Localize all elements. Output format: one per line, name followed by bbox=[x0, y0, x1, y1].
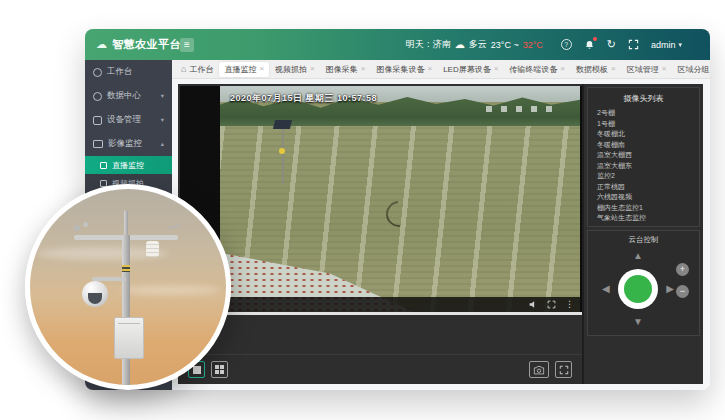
more-options-icon[interactable]: ⋮ bbox=[565, 300, 574, 309]
camera-list-item[interactable]: 2号棚 bbox=[588, 108, 699, 119]
chevron-up-icon: ▴ bbox=[161, 140, 164, 148]
sidebar-item-workbench[interactable]: 工作台 bbox=[85, 60, 172, 84]
camera-list-item[interactable]: 温室大棚西 bbox=[588, 150, 699, 161]
sidebar-toggle-button[interactable]: ≡ bbox=[180, 38, 194, 52]
field-buildings-art bbox=[486, 106, 556, 112]
solar-pole-art bbox=[282, 126, 284, 184]
sidebar-item-label: 工作台 bbox=[107, 66, 133, 78]
single-view-icon bbox=[193, 366, 201, 374]
cloud-logo-icon: ☁ bbox=[96, 39, 107, 50]
tab-led-screen-device[interactable]: LED屏幕设备 × bbox=[438, 62, 503, 77]
main-content: 2020年07月15日 星期三 10:57:58 / 0:00 ⋮ bbox=[172, 79, 710, 390]
camera-list-item[interactable]: 正常桃园 bbox=[588, 182, 699, 193]
app-title: 智慧农业平台 bbox=[112, 37, 181, 52]
weather-city: 明天：济南 bbox=[406, 38, 451, 51]
app-header: ☁ 智慧农业平台 ≡ 明天：济南 ☁ 多云 23°C ~ 32°C ? ↻ ad… bbox=[85, 29, 710, 60]
tab-data-template[interactable]: 数据模板 × bbox=[571, 62, 621, 77]
close-icon[interactable]: × bbox=[560, 65, 565, 73]
ptz-left-button[interactable]: ◀ bbox=[602, 284, 610, 294]
ptz-title: 云台控制 bbox=[588, 235, 699, 245]
tab-label: 区域分组 bbox=[677, 64, 709, 75]
tab-video-capture[interactable]: 视频抓拍 × bbox=[270, 62, 320, 77]
tab-region-group[interactable]: 区域分组 × bbox=[672, 62, 710, 77]
camera-list-item[interactable]: 六桃园视频 bbox=[588, 192, 699, 203]
camera-list-item[interactable]: 温室大棚东 bbox=[588, 161, 699, 172]
camera-list-item[interactable]: 气象站生态监控 bbox=[588, 213, 699, 224]
sidebar-item-label: 影像监控 bbox=[108, 138, 142, 150]
sidebar-subitem-label: 直播监控 bbox=[112, 160, 144, 171]
user-menu[interactable]: admin ▾ bbox=[651, 40, 682, 50]
tab-label: 数据模板 bbox=[576, 64, 608, 75]
refresh-icon[interactable]: ↻ bbox=[607, 38, 616, 51]
close-icon[interactable]: × bbox=[310, 65, 315, 73]
close-icon[interactable]: × bbox=[259, 65, 264, 73]
close-icon[interactable]: × bbox=[427, 65, 432, 73]
weather-station-photo bbox=[25, 184, 231, 390]
camera-list-item[interactable]: 冬暖棚南 bbox=[588, 140, 699, 151]
solar-lamp-art bbox=[279, 148, 285, 154]
video-player[interactable]: 2020年07月15日 星期三 10:57:58 / 0:00 ⋮ bbox=[180, 86, 582, 315]
sidebar-subitem-live-monitor[interactable]: 直播监控 bbox=[85, 156, 172, 174]
tab-live-monitor[interactable]: 直播监控 × bbox=[219, 62, 269, 77]
ptz-zoom-in-button[interactable]: + bbox=[676, 263, 689, 276]
ptz-joystick: ▲ ▼ ◀ ▶ bbox=[600, 249, 676, 329]
volume-icon[interactable] bbox=[529, 300, 538, 309]
fullscreen-icon[interactable] bbox=[628, 39, 639, 50]
quad-view-icon bbox=[215, 365, 224, 374]
solar-panel-art bbox=[273, 120, 292, 129]
quad-view-button[interactable] bbox=[211, 361, 228, 378]
ptz-control-section: 云台控制 ▲ ▼ ◀ ▶ + − bbox=[587, 230, 700, 336]
sidebar-item-device-manage[interactable]: 设备管理 ▾ bbox=[85, 108, 172, 132]
sidebar-item-video-monitor[interactable]: 影像监控 ▴ bbox=[85, 132, 172, 156]
close-icon[interactable]: × bbox=[361, 65, 366, 73]
notification-bell-icon[interactable] bbox=[584, 39, 595, 51]
tab-region-manage[interactable]: 区域管理 × bbox=[622, 62, 672, 77]
close-icon[interactable]: × bbox=[611, 65, 616, 73]
sidebar-item-data-center[interactable]: 数据中心 ▾ bbox=[85, 84, 172, 108]
header-right: 明天：济南 ☁ 多云 23°C ~ 32°C ? ↻ admin ▾ bbox=[406, 29, 682, 60]
video-fullscreen-button[interactable] bbox=[555, 361, 572, 378]
temp-low: 23°C ~ bbox=[491, 40, 519, 50]
data-center-icon bbox=[93, 92, 102, 101]
right-panel: 摄像头列表 2号棚 1号棚 冬暖棚北 冬暖棚南 温室大棚西 温室大棚东 监控2 … bbox=[582, 84, 703, 384]
ptz-up-button[interactable]: ▲ bbox=[633, 251, 643, 261]
close-icon[interactable]: × bbox=[494, 65, 499, 73]
sidebar-item-label: 设备管理 bbox=[107, 114, 141, 126]
tab-label: 直播监控 bbox=[224, 64, 256, 75]
camera-list-item[interactable]: 监控2 bbox=[588, 171, 699, 182]
camera-list-item[interactable]: 冬暖棚北 bbox=[588, 129, 699, 140]
ptz-down-button[interactable]: ▼ bbox=[633, 317, 643, 327]
tab-image-capture-device[interactable]: 图像采集设备 × bbox=[371, 62, 437, 77]
tab-label: 图像采集设备 bbox=[376, 64, 424, 75]
station-mast-art bbox=[124, 211, 128, 237]
user-caret-icon: ▾ bbox=[678, 41, 682, 49]
ptz-right-button[interactable]: ▶ bbox=[666, 284, 674, 294]
monitor-panel: 2020年07月15日 星期三 10:57:58 / 0:00 ⋮ bbox=[178, 84, 703, 384]
tab-image-capture[interactable]: 图像采集 × bbox=[321, 62, 371, 77]
close-icon[interactable]: × bbox=[662, 65, 667, 73]
tab-label: 图像采集 bbox=[326, 64, 358, 75]
camera-list-item[interactable]: 1号棚 bbox=[588, 119, 699, 130]
ptz-center-button[interactable] bbox=[618, 269, 658, 309]
video-seekbar[interactable] bbox=[180, 312, 582, 315]
wind-vane-art bbox=[168, 225, 180, 229]
tab-label: LED屏幕设备 bbox=[443, 64, 491, 75]
tab-transmission-device[interactable]: 传输终端设备 × bbox=[504, 62, 570, 77]
camera-list-title: 摄像头列表 bbox=[588, 93, 699, 104]
pole-band-art bbox=[122, 265, 130, 272]
notification-badge bbox=[593, 37, 597, 41]
tab-label: 区域管理 bbox=[627, 64, 659, 75]
chevron-down-icon: ▾ bbox=[161, 92, 164, 100]
help-icon[interactable]: ? bbox=[561, 39, 572, 50]
pip-icon[interactable] bbox=[547, 300, 556, 309]
temp-high: 32°C bbox=[523, 40, 543, 50]
ptz-zoom-out-button[interactable]: − bbox=[676, 285, 689, 298]
tab-label: 工作台 bbox=[189, 64, 213, 75]
tab-bar: ⌂ 工作台 直播监控 × 视频抓拍 × 图像采集 × 图像采集设备 × LED屏… bbox=[172, 60, 710, 79]
radiation-shield-art bbox=[146, 241, 159, 257]
camera-list-item[interactable]: 棚内生态监控1 bbox=[588, 203, 699, 214]
video-monitor-icon bbox=[93, 140, 103, 148]
tab-workbench[interactable]: ⌂ 工作台 bbox=[176, 62, 218, 77]
snapshot-button[interactable] bbox=[529, 361, 549, 378]
username: admin bbox=[651, 40, 676, 50]
